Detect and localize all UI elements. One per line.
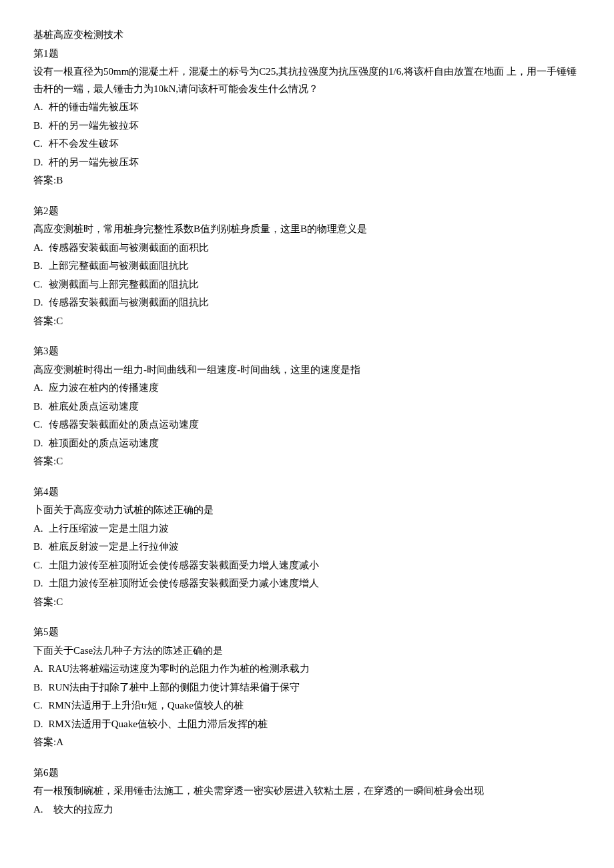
option-text: 传感器安装截面与被测截面的面积比 [49,242,209,253]
option-label: B. [33,679,49,697]
option-text: 桩底反射波一定是上行拉伸波 [49,541,179,552]
option-text: 杆的锤击端先被压坏 [49,101,139,112]
answer-label: 答案: [33,596,56,607]
option-a: A.应力波在桩内的传播速度 [33,380,581,397]
answer-label: 答案: [33,316,56,326]
option-c: C.杆不会发生破坏 [33,135,581,153]
option-text: 较大的拉应力 [53,804,113,815]
option-text: 土阻力波传至桩顶附近会使传感器安装截面受力减小速度增人 [49,578,319,588]
option-label: B. [33,258,49,275]
question-heading: 第2题 [33,203,581,220]
option-text: 桩底处质点运动速度 [49,401,139,412]
question-heading: 第1题 [33,45,581,63]
option-text: 应力波在桩内的传播速度 [49,382,159,393]
option-d: D.杆的另一端先被压坏 [33,154,581,171]
option-label: A. [33,240,49,257]
option-text: 传感器安装截面处的质点运动速度 [49,419,199,430]
option-d: D.土阻力波传至桩顶附近会使传感器安装截面受力减小速度增人 [33,575,581,592]
option-d: D.桩顶面处的质点运动速度 [33,435,581,452]
option-text: 上行压缩波一定是土阻力波 [49,523,169,534]
option-label: D. [33,154,49,171]
question-2: 第2题 高应变测桩时，常用桩身完整性系数B值判别桩身质量，这里B的物理意义是 A… [33,203,581,330]
option-b: B.桩底反射波一定是上行拉伸波 [33,538,581,556]
option-c: C.RMN法适用于上升沿tr短，Quake值较人的桩 [33,697,581,715]
answer-value: A [56,737,63,747]
answer-value: C [56,596,63,607]
option-text: RAU法将桩端运动速度为零时的总阻力作为桩的检测承载力 [49,663,310,674]
option-label: C. [33,135,49,153]
question-heading: 第4题 [33,484,581,501]
answer-line: 答案:C [33,313,581,330]
option-b: B.上部完整截面与被测截面阻抗比 [33,258,581,275]
option-text: RMN法适用于上升沿tr短，Quake值较人的桩 [49,700,244,711]
option-a: A.传感器安装截面与被测截面的面积比 [33,240,581,257]
answer-value: B [56,175,63,185]
option-label: B. [33,117,49,135]
question-5: 第5题 下面关于Case法几种子方法的陈述正确的是 A.RAU法将桩端运动速度为… [33,624,581,751]
option-c: C.被测截面与上部完整截面的阻抗比 [33,276,581,294]
option-label: A. [33,801,49,819]
option-label: C. [33,416,49,434]
option-b: B.RUN法由于扣除了桩中上部的侧阻力使计算结果偏于保守 [33,679,581,697]
option-d: D.传感器安装截面与被测截面的阻抗比 [33,294,581,312]
question-heading: 第6题 [33,765,581,782]
question-text: 下面关于Case法几种子方法的陈述正确的是 [33,642,581,660]
option-text: 杆的另一端先被拉坏 [49,120,139,131]
answer-label: 答案: [33,175,56,185]
option-a: A.RAU法将桩端运动速度为零时的总阻力作为桩的检测承载力 [33,661,581,678]
question-1: 第1题 设有一根直径为50mm的混凝土杆，混凝土的标号为C25,其抗拉强度为抗压… [33,45,581,189]
option-text: 上部完整截面与被测截面阻抗比 [49,260,189,271]
option-text: 桩顶面处的质点运动速度 [49,438,159,448]
option-text: 杆不会发生破坏 [49,138,119,149]
question-heading: 第3题 [33,343,581,360]
option-text: RMX法适用于Quake值较小、土阻力滞后发挥的桩 [49,719,268,729]
option-label: D. [33,716,49,733]
option-text: 土阻力波传至桩顶附近会使传感器安装截面受力增人速度减小 [49,560,319,570]
option-text: 杆的另一端先被压坏 [49,157,139,167]
option-label: B. [33,398,49,416]
option-label: D. [33,435,49,452]
option-label: B. [33,538,49,556]
question-6: 第6题 有一根预制碗桩，采用锤击法施工，桩尖需穿透一密实砂层进入软粘土层，在穿透… [33,765,581,819]
question-3: 第3题 高应变测桩时得出一组力-时间曲线和一组速度-时间曲线，这里的速度是指 A… [33,343,581,470]
option-text: 被测截面与上部完整截面的阻抗比 [49,279,199,290]
answer-line: 答案:B [33,172,581,189]
option-d: D.RMX法适用于Quake值较小、土阻力滞后发挥的桩 [33,716,581,733]
option-label: C. [33,697,49,715]
option-b: B.桩底处质点运动速度 [33,398,581,416]
question-heading: 第5题 [33,624,581,641]
answer-value: C [56,316,63,326]
question-text: 设有一根直径为50mm的混凝土杆，混凝土的标号为C25,其抗拉强度为抗压强度的1… [33,63,581,97]
option-label: A. [33,661,49,678]
question-4: 第4题 卜面关于高应变动力试桩的陈述正确的是 A.上行压缩波一定是土阻力波 B.… [33,484,581,611]
option-label: C. [33,276,49,294]
question-text: 高应变测桩时得出一组力-时间曲线和一组速度-时间曲线，这里的速度是指 [33,362,581,379]
option-text: RUN法由于扣除了桩中上部的侧阻力使计算结果偏于保守 [49,682,300,693]
option-c: C.土阻力波传至桩顶附近会使传感器安装截面受力增人速度减小 [33,557,581,574]
answer-label: 答案: [33,456,56,466]
answer-label: 答案: [33,737,56,747]
option-a: A. 较大的拉应力 [33,801,581,819]
option-label: D. [33,575,49,592]
option-label: C. [33,557,49,574]
option-b: B.杆的另一端先被拉坏 [33,117,581,135]
question-text: 卜面关于高应变动力试桩的陈述正确的是 [33,502,581,519]
option-c: C.传感器安装截面处的质点运动速度 [33,416,581,434]
option-text: 传感器安装截面与被测截面的阻抗比 [49,297,209,308]
question-text: 高应变测桩时，常用桩身完整性系数B值判别桩身质量，这里B的物理意义是 [33,221,581,238]
page-title: 基桩高应变检测技术 [33,27,581,44]
answer-value: C [56,456,63,466]
option-label: D. [33,294,49,312]
answer-line: 答案:C [33,594,581,611]
question-text: 有一根预制碗桩，采用锤击法施工，桩尖需穿透一密实砂层进入软粘土层，在穿透的一瞬间… [33,783,581,800]
option-label: A. [33,520,49,538]
option-label: A. [33,99,49,116]
option-a: A.上行压缩波一定是土阻力波 [33,520,581,538]
answer-line: 答案:A [33,734,581,751]
option-a: A.杆的锤击端先被压坏 [33,99,581,116]
option-label: A. [33,380,49,397]
answer-line: 答案:C [33,453,581,470]
